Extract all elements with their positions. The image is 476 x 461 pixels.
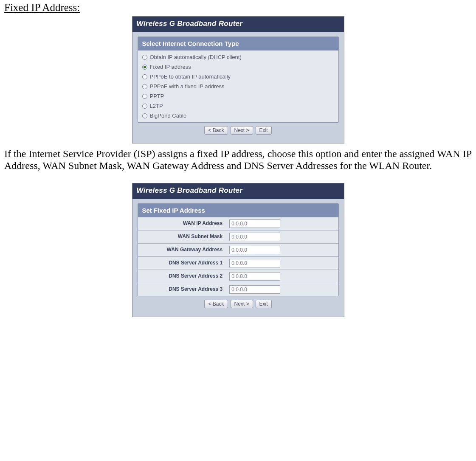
nav-button-bar: < Back Next > Exit: [138, 296, 339, 311]
field-row-dns3: DNS Server Address 3: [138, 283, 338, 296]
dns3-input[interactable]: [229, 285, 280, 294]
radio-icon: [142, 74, 147, 79]
option-label: L2TP: [150, 103, 163, 109]
back-button[interactable]: < Back: [204, 300, 228, 308]
option-pptp[interactable]: PPTP: [138, 91, 338, 101]
dns1-input[interactable]: [229, 259, 280, 267]
option-dhcp[interactable]: Obtain IP automatically (DHCP client): [138, 52, 338, 62]
section-heading: Fixed IP Address:: [4, 2, 472, 14]
option-label: PPPoE to obtain IP automatically: [150, 73, 231, 80]
connection-type-box: Select Internet Connection Type Obtain I…: [138, 37, 339, 123]
next-button[interactable]: Next >: [231, 126, 253, 135]
field-label: WAN Subnet Mask: [138, 230, 226, 243]
option-bigpond[interactable]: BigPond Cable: [138, 111, 338, 121]
connection-type-header: Select Internet Connection Type: [138, 37, 338, 51]
wan-ip-input[interactable]: [229, 219, 280, 228]
nav-button-bar: < Back Next > Exit: [138, 123, 339, 137]
option-label: Fixed IP address: [150, 64, 191, 70]
radio-icon: [142, 55, 147, 60]
option-fixed-ip[interactable]: Fixed IP address: [138, 62, 338, 72]
wan-gateway-input[interactable]: [229, 246, 280, 254]
option-pppoe-auto[interactable]: PPPoE to obtain IP automatically: [138, 72, 338, 82]
fixed-ip-form: WAN IP Address WAN Subnet Mask WAN Gatew…: [138, 217, 338, 296]
field-label: DNS Server Address 1: [138, 256, 226, 270]
field-row-gateway: WAN Gateway Address: [138, 243, 338, 256]
router-body: Select Internet Connection Type Obtain I…: [132, 32, 344, 143]
option-label: BigPond Cable: [150, 112, 187, 119]
router-title: Wireless G Broadband Router: [132, 17, 344, 32]
option-l2tp[interactable]: L2TP: [138, 101, 338, 111]
router-panel-connection-type: Wireless G Broadband Router Select Inter…: [132, 16, 344, 143]
field-row-wan-ip: WAN IP Address: [138, 217, 338, 231]
option-label: Obtain IP automatically (DHCP client): [150, 54, 242, 60]
radio-icon: [142, 104, 147, 109]
option-pppoe-fixed[interactable]: PPPoE with a fixed IP address: [138, 82, 338, 91]
radio-icon: [142, 113, 147, 118]
back-button[interactable]: < Back: [204, 126, 228, 135]
router-panel-fixed-ip: Wireless G Broadband Router Set Fixed IP…: [132, 183, 344, 317]
option-label: PPTP: [150, 93, 164, 99]
connection-type-options: Obtain IP automatically (DHCP client) Fi…: [138, 51, 338, 122]
router-title: Wireless G Broadband Router: [132, 183, 344, 199]
field-label: WAN IP Address: [138, 217, 226, 231]
fixed-ip-box: Set Fixed IP Address WAN IP Address WAN …: [138, 203, 339, 296]
field-label: DNS Server Address 3: [138, 283, 226, 296]
description-paragraph: If the Internet Service Provider (ISP) a…: [4, 148, 472, 172]
wan-subnet-input[interactable]: [229, 233, 280, 241]
field-row-dns1: DNS Server Address 1: [138, 256, 338, 270]
exit-button[interactable]: Exit: [256, 126, 272, 135]
field-row-dns2: DNS Server Address 2: [138, 270, 338, 283]
dns2-input[interactable]: [229, 272, 280, 281]
radio-icon: [142, 94, 147, 99]
radio-icon: [142, 65, 147, 70]
router-body: Set Fixed IP Address WAN IP Address WAN …: [132, 199, 344, 317]
radio-icon: [142, 84, 147, 89]
option-label: PPPoE with a fixed IP address: [150, 83, 225, 90]
fixed-ip-header: Set Fixed IP Address: [138, 204, 338, 217]
field-row-subnet: WAN Subnet Mask: [138, 230, 338, 243]
exit-button[interactable]: Exit: [256, 300, 272, 308]
field-label: DNS Server Address 2: [138, 270, 226, 283]
next-button[interactable]: Next >: [231, 300, 253, 308]
field-label: WAN Gateway Address: [138, 243, 226, 256]
